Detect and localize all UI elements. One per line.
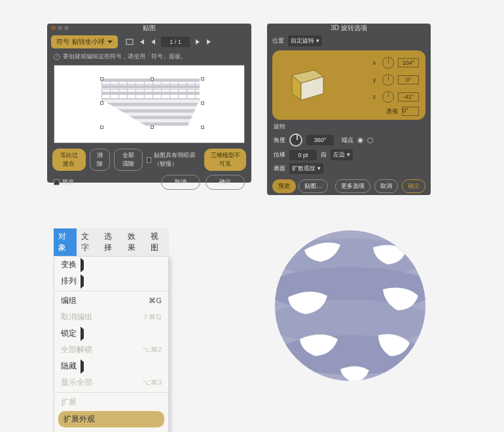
x-rotation-dial[interactable] [382,57,394,69]
chevron-down-icon [107,39,113,45]
menu-tab-object[interactable]: 对象 [54,228,77,256]
svg-rect-0 [126,39,133,45]
shortcut-label: ⇧⌘G [143,313,162,321]
hint-text: ! 要创建或编辑这些符号，请使用「符号」面板。 [47,52,251,61]
y-rotation-field[interactable]: 0° [398,75,419,84]
cap-off-radio[interactable] [367,137,373,143]
ok-button[interactable]: 确定 [402,179,425,193]
submenu-arrow-icon [81,261,84,270]
menu-item-ungroup: 取消编组⇧⌘G [54,309,168,325]
dialog-title: 贴图 [143,24,156,31]
position-dropdown[interactable]: 自定旋转 ▾ [288,35,322,46]
shortcut-label: ⌘G [149,297,162,305]
next-surface-button[interactable] [194,38,202,46]
object-menu: 对象 文字 选择 效果 视图 变换 排列 编组⌘G 取消编组⇧⌘G 锁定 全部解… [54,228,169,432]
position-label: 位置 [272,37,284,45]
more-options-button[interactable]: 更多选项 [335,179,370,193]
z-rotation-field[interactable]: -41° [398,92,419,101]
surface-label-icon [126,38,134,46]
first-surface-button[interactable] [137,38,145,46]
checkbox-icon [147,157,151,163]
menu-item-show-all: 显示全部⌥⌘3 [54,374,168,391]
checkbox-icon [54,179,60,185]
menu-item-crop-image: 裁剪图像 [54,428,168,432]
resize-handle[interactable] [201,126,204,129]
cube-icon [288,67,327,103]
angle-dial[interactable] [289,134,302,147]
orientation-preview[interactable]: x 104° y 0° z -41° 透视 0° [272,50,425,120]
menu-separator [54,291,168,291]
from-edge-dropdown[interactable]: 左边 ▾ [331,149,353,160]
menu-tab-view[interactable]: 视图 [146,228,169,256]
invisible-geometry-button[interactable]: 三维模型不可见 [204,149,246,171]
resize-handle[interactable] [100,101,103,105]
from-label: 自 [321,151,327,159]
surface-dropdown[interactable]: 扩散底纹 ▾ [289,163,323,174]
mapped-symbol-preview [101,79,200,124]
shade-artwork-checkbox[interactable]: 贴图具有明暗调（较慢） [147,151,200,168]
perspective-field[interactable]: 0° [402,107,419,116]
menu-item-unlock-all: 全部解锁⌥⌘2 [54,342,168,358]
resize-handle[interactable] [100,77,103,81]
last-surface-button[interactable] [206,38,213,46]
y-rotation-dial[interactable] [382,74,394,86]
menu-item-arrange[interactable]: 排列 [54,273,168,289]
menu-item-hide[interactable]: 隐藏 [54,358,168,374]
map-art-dialog: 贴图 符号 贴转生小球 1 / 1 ! [47,24,251,183]
axis-label: z [370,94,378,100]
cancel-button[interactable]: 取消 [374,179,398,193]
clear-button[interactable]: 消除 [90,149,110,171]
map-art-button[interactable]: 贴图… [298,179,328,193]
preview-checkbox[interactable]: 预览 [272,179,296,193]
symbol-dropdown-prefix: 符号 [56,37,69,46]
surface-index-field[interactable]: 1 / 1 [161,37,190,47]
menu-tab-select[interactable]: 选择 [99,228,122,256]
close-icon[interactable] [51,26,56,30]
dialog-titlebar: 贴图 [47,24,251,33]
zoom-icon[interactable] [64,26,69,30]
resize-handle[interactable] [201,101,204,105]
prev-surface-button[interactable] [149,38,157,46]
menu-item-lock[interactable]: 锁定 [54,325,168,342]
resize-handle[interactable] [151,126,154,129]
shortcut-label: ⌥⌘3 [142,378,162,387]
surface-label: 表面 [274,164,285,173]
cancel-button[interactable]: 取消 [161,175,200,190]
symbol-dropdown-value: 贴转生小球 [72,37,105,46]
menu-item-group[interactable]: 编组⌘G [54,293,168,309]
offset-label: 位移 [274,151,285,159]
menu-item-expand: 扩展 [54,394,168,410]
x-rotation-field[interactable]: 104° [398,58,419,67]
cap-on-radio[interactable] [357,137,363,143]
menu-item-transform[interactable]: 变换 [54,257,168,273]
resize-handle[interactable] [100,126,103,129]
info-icon: ! [54,54,60,60]
scale-to-fit-button[interactable]: 等比过渡合 [52,149,86,171]
submenu-arrow-icon [81,362,84,371]
offset-field[interactable]: 0 pt [289,150,317,160]
map-art-canvas[interactable] [54,65,245,143]
minimize-icon[interactable] [58,26,62,30]
result-sphere-artwork [268,224,432,387]
resize-handle[interactable] [201,77,204,81]
angle-field[interactable]: 360° [306,135,334,145]
perspective-label: 透视 [386,107,398,116]
preview-checkbox[interactable]: 预览 [54,178,74,187]
menu-tab-effect[interactable]: 效果 [123,228,146,256]
revolve-section-label: 旋转 [267,121,431,132]
angle-label: 角度 [274,136,285,145]
clear-all-button[interactable]: 全部清除 [114,149,143,171]
axis-label: x [370,60,378,66]
menu-item-expand-appearance[interactable]: 扩展外观 [58,411,164,427]
3d-revolve-dialog: 3D 旋转选项 位置 自定旋转 ▾ x 104° y 0° z -41° 透视 … [267,24,431,195]
symbol-dropdown[interactable]: 符号 贴转生小球 [51,35,118,48]
axis-label: y [370,77,378,83]
submenu-arrow-icon [81,277,84,286]
traffic-lights [51,26,69,30]
z-rotation-dial[interactable] [382,91,394,103]
menu-separator [54,392,168,393]
resize-handle[interactable] [151,77,154,81]
menu-tab-type[interactable]: 文字 [77,228,99,256]
ok-button[interactable]: 确定 [206,175,245,190]
cap-label: 端点 [342,136,353,145]
